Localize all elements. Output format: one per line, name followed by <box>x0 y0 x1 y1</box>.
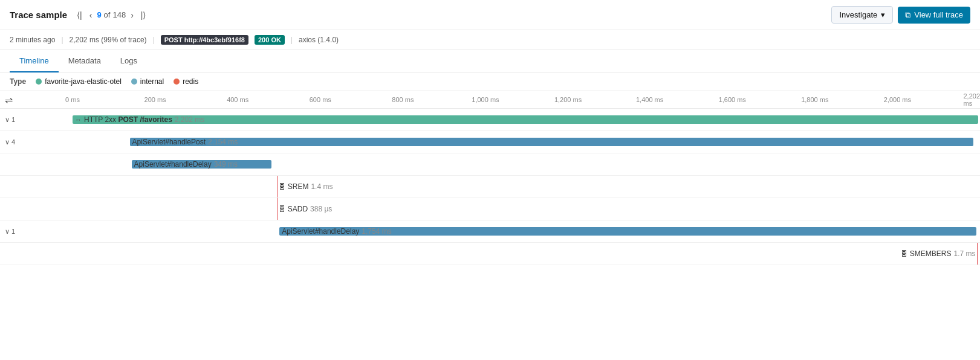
collapse-btn-1[interactable]: ∨ 1 <box>5 116 15 124</box>
tick-1400: 1,400 ms <box>636 96 663 103</box>
row3-bar-area: ApiServlet#handleDelay 349 ms <box>73 153 980 175</box>
investigate-button[interactable]: Investigate ▾ <box>831 6 893 24</box>
span-smembers: SMEMBERS <box>910 249 952 258</box>
row3-name-area: ApiServlet#handleDelay 349 ms <box>132 153 238 175</box>
vertical-line-srem <box>277 176 277 198</box>
trace-row-4[interactable]: 🗄 SREM 1.4 ms <box>0 176 980 198</box>
header-right: Investigate ▾ ⧉ View full trace <box>831 6 970 24</box>
span-srem: SREM <box>288 182 309 191</box>
row1-bar-area: ↔ HTTP 2xx POST /favorites 2,202 ms <box>73 109 980 130</box>
trace-icon: ⧉ <box>905 10 910 20</box>
tick-400: 400 ms <box>227 96 248 103</box>
row6-label: ∨ 1 <box>0 225 73 238</box>
legend-item-internal: internal <box>131 77 164 86</box>
tab-logs[interactable]: Logs <box>111 50 147 72</box>
db-icon-sadd: 🗄 <box>279 205 285 213</box>
last-page-button[interactable]: |⟩ <box>138 9 149 21</box>
tab-timeline[interactable]: Timeline <box>10 50 59 72</box>
http-icon: ↔ <box>75 116 82 123</box>
filter-icon[interactable]: ⇌ <box>5 94 13 106</box>
time-ruler: ⇌ 0 ms 200 ms 400 ms 600 ms 800 ms 1,000… <box>0 91 980 109</box>
tick-1000: 1,000 ms <box>472 96 499 103</box>
prev-page-button[interactable]: ‹ <box>87 9 95 21</box>
sep3: | <box>291 36 293 44</box>
legend-java-label: favorite-java-elastic-otel <box>45 77 122 86</box>
pagination: ⟨| ‹ 9 of 148 › |⟩ <box>74 9 148 21</box>
view-trace-label: View full trace <box>914 10 963 19</box>
collapse-btn-2[interactable]: ∨ 4 <box>5 138 15 146</box>
trace-row-6[interactable]: ∨ 1 ApiServlet#handleDelay 1,754 ms <box>0 220 980 243</box>
tab-metadata[interactable]: Metadata <box>59 50 111 72</box>
span-http: HTTP 2xx POST /favorites <box>84 115 172 124</box>
header-left: Trace sample ⟨| ‹ 9 of 148 › |⟩ <box>10 9 148 21</box>
row1-name-area: ↔ HTTP 2xx POST /favorites 2,202 ms <box>73 109 204 130</box>
bar-2 <box>130 138 974 146</box>
row7-name-area: 🗄 SMEMBERS 1.7 ms <box>901 243 976 265</box>
row1-label: ∨ 1 <box>0 114 73 126</box>
investigate-label: Investigate <box>839 10 877 19</box>
row7-bar-area: 🗄 SMEMBERS 1.7 ms <box>73 243 980 265</box>
row5-label <box>0 207 73 211</box>
next-page-button[interactable]: › <box>128 9 136 21</box>
dot-blue <box>131 79 137 85</box>
view-full-trace-button[interactable]: ⧉ View full trace <box>898 7 970 24</box>
http-method-badge: POST http://4bc3ebf916f8 <box>161 35 248 45</box>
tick-2000: 2,000 ms <box>884 96 911 103</box>
tick-0: 0 ms <box>65 96 80 103</box>
bar-1 <box>73 115 978 124</box>
timeline-container: ⇌ 0 ms 200 ms 400 ms 600 ms 800 ms 1,000… <box>0 91 980 333</box>
tick-600: 600 ms <box>310 96 331 103</box>
tick-200: 200 ms <box>144 96 166 103</box>
legend-item-redis: redis <box>174 77 198 86</box>
status-badge: 200 OK <box>255 35 285 45</box>
row5-name-area: 🗄 SADD 388 μs <box>279 198 333 220</box>
row7-label <box>0 251 73 256</box>
row3-label <box>0 162 73 167</box>
tick-1800: 1,800 ms <box>801 96 828 103</box>
span-duration-7: 1.7 ms <box>953 249 975 258</box>
row5-bar-area: 🗄 SADD 388 μs <box>73 198 980 220</box>
legend-item-java: favorite-java-elastic-otel <box>36 77 122 86</box>
db-icon-smembers: 🗄 <box>901 250 907 257</box>
page-title: Trace sample <box>10 10 67 20</box>
span-handlepost: ApiServlet#handlePost <box>132 138 206 146</box>
span-duration-4: 1.4 ms <box>311 182 333 191</box>
dot-red <box>174 79 180 85</box>
row4-bar-area: 🗄 SREM 1.4 ms <box>73 176 980 198</box>
trace-row-3[interactable]: ApiServlet#handleDelay 349 ms <box>0 153 980 176</box>
pagination-of: of <box>104 10 111 19</box>
tabs: Timeline Metadata Logs <box>0 50 980 72</box>
time-ago: 2 minutes ago <box>10 36 55 44</box>
ruler-ticks: 0 ms 200 ms 400 ms 600 ms 800 ms 1,000 m… <box>73 91 980 108</box>
sep2: | <box>153 36 155 44</box>
current-page: 9 <box>97 10 101 19</box>
vertical-line-sadd <box>277 198 277 220</box>
span-duration-1: 2,202 ms <box>175 115 204 124</box>
span-duration-3: 349 ms <box>214 160 238 169</box>
tick-1600: 1,600 ms <box>719 96 746 103</box>
tick-end: 2,202 ms <box>963 92 980 107</box>
tick-1200: 1,200 ms <box>554 96 582 103</box>
trace-row-5[interactable]: 🗄 SADD 388 μs <box>0 198 980 220</box>
tick-800: 800 ms <box>392 96 414 103</box>
sep1: | <box>61 36 63 44</box>
legend-internal-label: internal <box>140 77 164 86</box>
span-duration-2: 2,154 ms <box>208 138 238 146</box>
trace-row-1[interactable]: ∨ 1 ↔ HTTP 2xx POST /favorites 2,202 ms <box>0 109 980 131</box>
type-label: Type <box>10 77 26 86</box>
vertical-line-smembers <box>977 243 978 265</box>
span-handledelay-1: ApiServlet#handleDelay <box>134 160 212 169</box>
duration: 2,202 ms (99% of trace) <box>70 36 147 44</box>
row4-name-area: 🗄 SREM 1.4 ms <box>279 176 333 198</box>
legend-redis-label: redis <box>183 77 198 86</box>
first-page-button[interactable]: ⟨| <box>74 9 85 21</box>
trace-row-2[interactable]: ∨ 4 ApiServlet#handlePost 2,154 ms <box>0 131 980 153</box>
row4-label <box>0 184 73 189</box>
row6-bar-area: ApiServlet#handleDelay 1,754 ms <box>73 220 980 242</box>
db-icon-srem: 🗄 <box>279 183 285 190</box>
collapse-btn-6[interactable]: ∨ 1 <box>5 228 15 236</box>
row2-bar-area: ApiServlet#handlePost 2,154 ms <box>73 131 980 153</box>
header: Trace sample ⟨| ‹ 9 of 148 › |⟩ Investig… <box>0 0 980 30</box>
trace-row-7[interactable]: 🗄 SMEMBERS 1.7 ms <box>0 243 980 265</box>
ruler-label-area: ⇌ <box>0 92 73 108</box>
